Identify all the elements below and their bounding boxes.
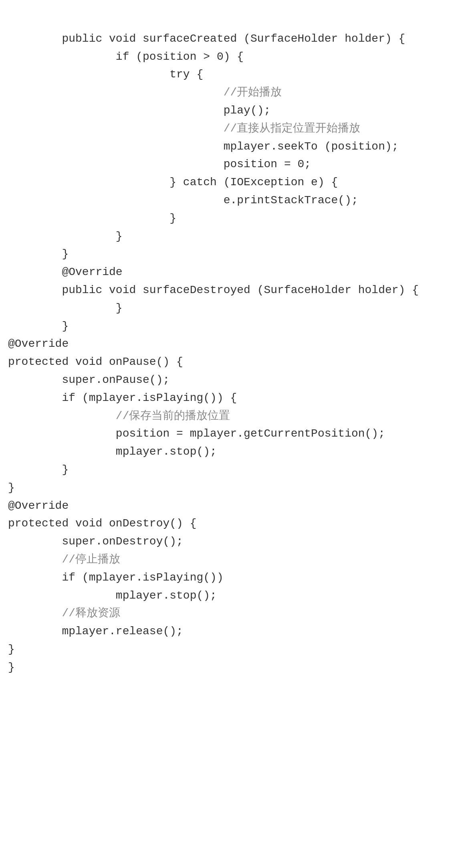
code-line: @Override xyxy=(8,263,468,281)
code-line: } xyxy=(8,659,468,677)
code-line: } xyxy=(8,318,468,336)
code-line: protected void onPause() { xyxy=(8,353,468,371)
code-line: position = mplayer.getCurrentPosition(); xyxy=(8,425,468,443)
code-line: mplayer.stop(); xyxy=(8,587,468,605)
code-container: public void surfaceCreated (SurfaceHolde… xyxy=(8,12,468,676)
code-line: e.printStackTrace(); xyxy=(8,192,468,210)
code-line: } xyxy=(8,461,468,479)
code-line: public void surfaceCreated (SurfaceHolde… xyxy=(8,30,468,48)
code-line: mplayer.seekTo (position); xyxy=(8,138,468,156)
code-line: @Override xyxy=(8,335,468,353)
code-line: //停止播放 xyxy=(8,551,468,569)
code-line: mplayer.stop(); xyxy=(8,443,468,461)
code-line: } catch (IOException e) { xyxy=(8,174,468,192)
code-line: position = 0; xyxy=(8,156,468,174)
code-line: public void surfaceDestroyed (SurfaceHol… xyxy=(8,281,468,299)
code-line: if (mplayer.isPlaying()) xyxy=(8,569,468,587)
code-line: protected void onDestroy() { xyxy=(8,515,468,533)
code-line: } xyxy=(8,228,468,246)
code-line: play(); xyxy=(8,102,468,120)
code-line: } xyxy=(8,641,468,659)
code-line: mplayer.release(); xyxy=(8,623,468,641)
code-line: } xyxy=(8,245,468,263)
code-line: super.onDestroy(); xyxy=(8,533,468,551)
code-line: //释放资源 xyxy=(8,605,468,623)
code-line: //保存当前的播放位置 xyxy=(8,407,468,425)
code-line: //直接从指定位置开始播放 xyxy=(8,120,468,138)
code-line: } xyxy=(8,479,468,497)
code-line: } xyxy=(8,210,468,228)
code-line: if (mplayer.isPlaying()) { xyxy=(8,389,468,407)
code-line: } xyxy=(8,299,468,318)
code-line: if (position > 0) { xyxy=(8,48,468,66)
code-line: @Override xyxy=(8,497,468,515)
code-line: super.onPause(); xyxy=(8,371,468,389)
code-line: try { xyxy=(8,66,468,84)
code-line: //开始播放 xyxy=(8,84,468,102)
